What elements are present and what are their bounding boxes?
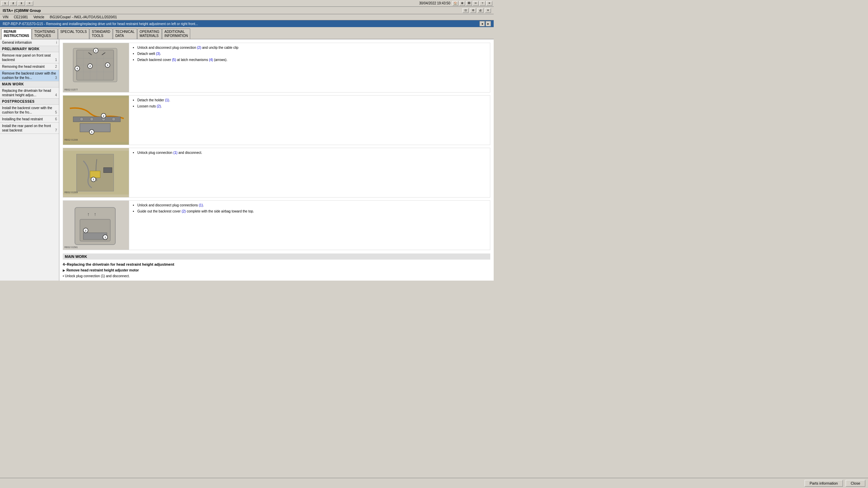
settings-icon[interactable]: ⚙ <box>470 8 476 13</box>
nav-next-btn[interactable]: ► <box>486 21 491 26</box>
monitor2-icon[interactable]: ⊡ <box>462 8 469 13</box>
tab-repair[interactable]: REPAIRINSTRUCTIONS <box>1 28 32 39</box>
svg-text:1: 1 <box>91 130 93 134</box>
sidebar-header-main: MAIN WORK <box>0 81 59 87</box>
svg-point-22 <box>90 118 94 121</box>
page-btn-1[interactable]: 1 <box>1 1 9 6</box>
datetime-display: 30/04/2022 19:43:50 <box>419 1 450 5</box>
sidebar-header-preliminary: PRELIMINARY WORK <box>0 46 59 52</box>
vin-bar: VIN CE21681 Vehicle 8\G16/Coupe/ - /N63,… <box>0 14 494 20</box>
title-bar-right: 30/04/2022 19:43:50 🏠 🖥 🖼 ✏ ? ✕ <box>419 1 492 6</box>
ref-link[interactable]: (4) <box>209 58 213 62</box>
svg-text:1: 1 <box>104 236 106 239</box>
sidebar-item-install-rear[interactable]: Install the rear panel on the front seat… <box>0 123 59 134</box>
ref-link[interactable]: (2) <box>197 46 201 49</box>
tab-technical[interactable]: TECHNICALDATA <box>113 28 137 39</box>
win-controls: 🏠 🖥 🖼 ✏ ? ✕ <box>452 1 492 6</box>
schema-diagram-1: 1 2 3 4 RBS2 01577 <box>63 43 129 92</box>
ref-link[interactable]: (2) <box>182 209 186 213</box>
svg-text:↑: ↑ <box>87 211 90 217</box>
step-row-2: 1 2 RBS2 01308 Detach the holder (1). Lo… <box>63 95 490 145</box>
svg-text:3: 3 <box>107 64 108 67</box>
collapse-arrow-icon: ▶ <box>63 269 65 272</box>
step-instructions-1: Unlock and disconnect plug connection (2… <box>129 43 490 92</box>
rep-bar: REP-REP-P-6731570-G15 - Removing and ins… <box>0 20 494 27</box>
svg-point-24 <box>112 118 115 121</box>
svg-text:↑: ↑ <box>94 211 96 217</box>
ref-link[interactable]: (3) <box>156 52 160 56</box>
home-icon[interactable]: 🏠 <box>452 1 458 6</box>
nav-prev-btn[interactable]: ◄ <box>479 21 485 26</box>
svg-text:4: 4 <box>77 67 78 70</box>
sidebar-header-post: POSTPROCESSES <box>0 99 59 105</box>
step-instructions-4: Unlock and disconnect plug connections (… <box>129 201 490 250</box>
help-icon[interactable]: ? <box>479 1 486 6</box>
svg-rect-34 <box>103 168 112 173</box>
ref-link[interactable]: (5) <box>172 58 176 62</box>
ref-link[interactable]: (1) <box>199 203 203 207</box>
svg-text:RBS2 01577: RBS2 01577 <box>64 88 78 91</box>
tab-operating[interactable]: OPERATINGMATERIALS <box>137 28 162 39</box>
title-bar-left: 1 2 3 ≡ <box>1 1 33 6</box>
sidebar-general[interactable]: General information i <box>0 39 59 46</box>
sidebar-item-remove-backrest[interactable]: Remove the backrest cover with the cushi… <box>0 70 59 81</box>
sidebar-general-num: i <box>56 40 57 45</box>
svg-text:RBS2 01308: RBS2 01308 <box>64 139 78 141</box>
tabs-bar: REPAIRINSTRUCTIONS TIGHTENINGTORQUES SPE… <box>0 27 494 39</box>
svg-text:2: 2 <box>103 115 104 118</box>
svg-text:2: 2 <box>89 65 91 68</box>
page-btn-2[interactable]: 2 <box>9 1 17 6</box>
collapse-heading[interactable]: ▶ Remove head restraint height adjuster … <box>63 268 490 272</box>
svg-point-21 <box>80 118 83 121</box>
sidebar-item-replacing-drivetrain[interactable]: Replacing the drivetrain for head restra… <box>0 87 59 99</box>
page-btn-3[interactable]: 3 <box>18 1 25 6</box>
monitor-icon[interactable]: 🖥 <box>459 1 465 6</box>
tab-standard[interactable]: STANDARDTOOLS <box>90 28 113 39</box>
step-row-3: 1 RBS2 01309 Unlock plug connection (1) … <box>63 148 490 198</box>
vin-label: VIN <box>3 15 8 19</box>
tab-additional[interactable]: ADDITIONALINFORMATION <box>162 28 190 39</box>
sidebar-item-removing-head[interactable]: Removing the head restraint 2 <box>0 63 59 70</box>
sidebar-item-installing-head[interactable]: Installing the head restraint 6 <box>0 116 59 123</box>
step-instructions-3: Unlock plug connection (1) and disconnec… <box>129 148 490 197</box>
main-work-section-header: MAIN WORK <box>63 253 490 260</box>
close-icon[interactable]: ✕ <box>486 1 492 6</box>
svg-rect-25 <box>80 123 111 132</box>
svg-text:1: 1 <box>95 49 97 52</box>
app-close-icon[interactable]: ✕ <box>485 8 491 13</box>
step-image-4: ↑ ↑ 2 1 RBS2 01581 <box>63 201 129 250</box>
app-title: ISTA+ (C)BMW Group <box>3 8 41 13</box>
vin-value: CE21681 <box>14 15 28 19</box>
main-work-step-heading: 4–Replacing the drivetrain for head rest… <box>63 262 490 266</box>
page-buttons: 1 2 3 ≡ <box>1 1 33 6</box>
rep-nav: ◄ ► <box>479 21 491 26</box>
svg-rect-33 <box>90 171 100 178</box>
svg-text:2: 2 <box>85 229 86 232</box>
step-image-1: 1 2 3 4 RBS2 01577 <box>63 43 129 92</box>
svg-text:RBS2 01581: RBS2 01581 <box>64 246 78 248</box>
sidebar-item-remove-rear[interactable]: Remove rear panel on front seat backrest… <box>0 52 59 63</box>
step-row-1: 1 2 3 4 RBS2 01577 Un <box>63 43 490 93</box>
collapse-label: Remove head restraint height adjuster mo… <box>66 268 139 272</box>
ref-link[interactable]: (1) <box>165 98 169 102</box>
main-content: General information i PRELIMINARY WORK R… <box>0 39 494 281</box>
svg-text:RBS2 01309: RBS2 01309 <box>64 191 78 194</box>
ref-link[interactable]: (2) <box>157 104 161 108</box>
title-bar: 1 2 3 ≡ 30/04/2022 19:43:50 🏠 🖥 🖼 ✏ ? ✕ <box>0 0 494 7</box>
app-controls: ⊡ ⚙ 🖨 ✕ <box>462 8 491 13</box>
ref-link[interactable]: (1) <box>173 151 177 155</box>
print-icon[interactable]: 🖨 <box>477 8 484 13</box>
rep-text: REP-REP-P-6731570-G15 - Removing and ins… <box>3 22 198 26</box>
step-image-2: 1 2 RBS2 01308 <box>63 96 129 145</box>
pencil-icon[interactable]: ✏ <box>473 1 479 6</box>
sidebar: General information i PRELIMINARY WORK R… <box>0 39 59 281</box>
list-btn[interactable]: ≡ <box>26 1 33 6</box>
tab-tightening[interactable]: TIGHTENINGTORQUES <box>32 28 58 39</box>
tab-special[interactable]: SPECIAL TOOLS <box>58 28 89 39</box>
step-instructions-2: Detach the holder (1). Loosen nuts (2). <box>129 96 490 145</box>
sidebar-general-label: General information <box>2 41 32 44</box>
vehicle-label: Vehicle <box>33 15 44 19</box>
image-icon[interactable]: 🖼 <box>466 1 472 6</box>
sidebar-item-install-backrest[interactable]: Install the backrest cover with the cush… <box>0 105 59 116</box>
svg-text:1: 1 <box>93 178 94 181</box>
